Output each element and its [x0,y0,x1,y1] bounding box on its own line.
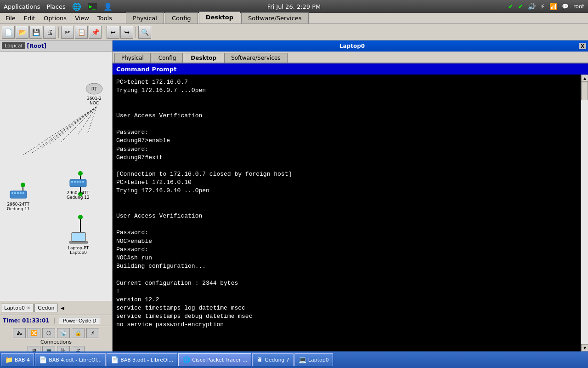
menu-edit[interactable]: Edit [20,14,39,23]
toolbar-new[interactable]: 📄 [2,26,15,39]
toolbar-print[interactable]: 🖨 [43,26,56,39]
icon-router-btn[interactable]: 🖧 [13,328,26,338]
logical-label: Logical [2,42,25,49]
toolbar-cut[interactable]: ✂ [61,26,74,39]
icon-switch-btn[interactable]: 🔀 [28,328,40,338]
icon-wireless-btn[interactable]: 📡 [57,328,70,338]
taskbar-label-cisco: Cisco Packet Tracer ... [192,357,247,363]
username: root [573,3,584,10]
icon-printer-btn[interactable]: 🖨 [72,346,85,351]
node-laptop-label: Laptop-PT Laptop0 [68,246,89,255]
scroll-thumb[interactable] [581,82,588,100]
taskbar-icon-bab3odt: 📄 [111,356,119,363]
toolbar-sep2 [104,27,104,38]
taskbar-item-bab4odt[interactable]: 📄 BAB 4.odt - LibreOf... [35,353,106,366]
menu-options[interactable]: Options [40,14,70,23]
laptop-tabs: Physical Config Desktop Software/Service… [113,52,588,63]
icon-server-btn[interactable]: 🗄 [57,346,70,351]
node-switch1[interactable]: 2960-24TT Gedung 11 [7,187,30,211]
laptop-tab-physical[interactable]: Physical [114,53,151,63]
right-panel: Laptop0 X Physical Config Desktop Softwa… [113,40,588,351]
cmd-header: Command Prompt [113,63,588,75]
router-icon: RT [85,81,103,96]
scroll-arrow-left[interactable]: ◀ [59,301,66,315]
chat-icon: 💬 [562,3,569,10]
icon-row-1: 🖧 🔀 ⬡ 📡 🔒 ⚡ [13,328,99,338]
root-label: [Root] [27,43,46,49]
toolbar-undo[interactable]: ↩ [107,26,119,39]
svg-rect-29 [82,181,84,183]
toolbar-paste[interactable]: 📌 [89,26,102,39]
left-panel: Logical [Root] [0,40,113,351]
laptop-tab-config[interactable]: Config [152,53,183,63]
taskbar: 📁 BAB 4 📄 BAB 4.odt - LibreOf... 📄 BAB 3… [0,351,588,368]
icon-laptop-btn[interactable]: 💻 [42,346,55,351]
icon-security-btn[interactable]: 🔒 [72,328,85,338]
cmd-content: PC>telnet 172.16.0.7 Trying 172.16.0.7 .… [113,75,581,351]
icon-wan-btn[interactable]: ⚡ [86,328,99,338]
taskbar-item-bab4[interactable]: 📁 BAB 4 [1,353,34,366]
menu-applications[interactable]: Applications [4,3,40,10]
pt-window: File Edit Options View Tools Physical Co… [0,13,588,351]
menu-tools[interactable]: Tools [94,14,116,23]
taskbar-item-gedung7[interactable]: 🖥 Gedung 7 [252,353,294,366]
tab-config[interactable]: Config [165,12,198,23]
taskbar-item-laptop0[interactable]: 💻 Laptop0 [294,353,333,366]
taskbar-item-bab3odt[interactable]: 📄 BAB 3.odt - LibreOf... [107,353,177,366]
cmd-scrollbar[interactable]: ▲ ▼ [581,75,588,351]
node-router[interactable]: RT 3601-2 NOC [85,81,103,105]
svg-rect-27 [77,181,79,183]
svg-line-3 [60,107,96,144]
icon-pc-btn[interactable]: 🖥 [28,346,40,351]
device-tab-laptop0[interactable]: Laptop0 ✕ [1,304,34,312]
svg-rect-21 [17,192,19,194]
cmd-container[interactable]: PC>telnet 172.16.0.7 Trying 172.16.0.7 .… [113,75,588,351]
scroll-up-btn[interactable]: ▲ [581,75,588,82]
svg-line-0 [87,107,96,134]
signal-icon: 📶 [549,3,557,10]
node-laptop[interactable]: Laptop-PT Laptop0 [68,231,89,255]
menu-view[interactable]: View [71,14,93,23]
toolbar-redo[interactable]: ↪ [120,26,133,39]
svg-line-4 [51,107,96,144]
svg-rect-22 [20,192,22,194]
tab-desktop[interactable]: Desktop [199,12,240,23]
svg-point-12 [78,215,83,219]
svg-rect-32 [69,242,88,243]
laptop-tab-software[interactable]: Software/Services [224,53,288,63]
logical-bar: Logical [Root] [0,40,112,52]
toolbar-save[interactable]: 💾 [29,26,42,39]
toolbar-copy[interactable]: 📋 [75,26,88,39]
menu-places[interactable]: Places [46,3,65,10]
taskbar-item-cisco[interactable]: 🌐 Cisco Packet Tracer ... [178,353,251,366]
node-switch2[interactable]: 2960-24TT Gedung 12 [67,176,90,200]
power-cycle-button[interactable]: Power Cycle D [59,317,101,324]
app-area: File Edit Options View Tools Physical Co… [0,13,588,351]
svg-rect-24 [70,179,86,187]
node-switch1-label: 2960-24TT Gedung 11 [7,202,30,211]
globe-icon: 🌐 [72,2,81,11]
svg-line-6 [32,107,96,153]
tab-physical[interactable]: Physical [126,12,164,23]
network-canvas: RT 3601-2 NOC [0,52,112,301]
scroll-down-btn[interactable]: ▼ [581,344,588,351]
toolbar-zoom-in[interactable]: 🔍 [138,26,151,39]
terminal-icon: ▶_ [88,3,97,10]
icon-hub-btn[interactable]: ⬡ [42,328,55,338]
laptop-tab-desktop[interactable]: Desktop [184,53,223,63]
taskbar-icon-cisco: 🌐 [182,356,190,363]
device-tab-gedun[interactable]: Gedun [34,304,57,312]
menu-file[interactable]: File [2,14,19,23]
pt-content: Logical [Root] [0,40,588,351]
tab-software[interactable]: Software/Services [241,12,309,23]
node-switch2-label: 2960-24TT Gedung 12 [67,190,90,200]
scroll-track[interactable] [581,82,588,344]
toolbar-open[interactable]: 📂 [16,26,28,39]
pt-toolbar: 📄 📂 💾 🖨 ✂ 📋 📌 ↩ ↪ 🔍 [0,24,588,40]
laptop-close-button[interactable]: X [579,43,586,49]
laptop-icon [69,231,88,246]
node-router-label: 3601-2 NOC [87,96,102,105]
device-tab-laptop0-label: Laptop0 [4,305,25,311]
device-tab-laptop0-close[interactable]: ✕ [27,305,30,310]
taskbar-label-laptop0: Laptop0 [308,357,329,363]
